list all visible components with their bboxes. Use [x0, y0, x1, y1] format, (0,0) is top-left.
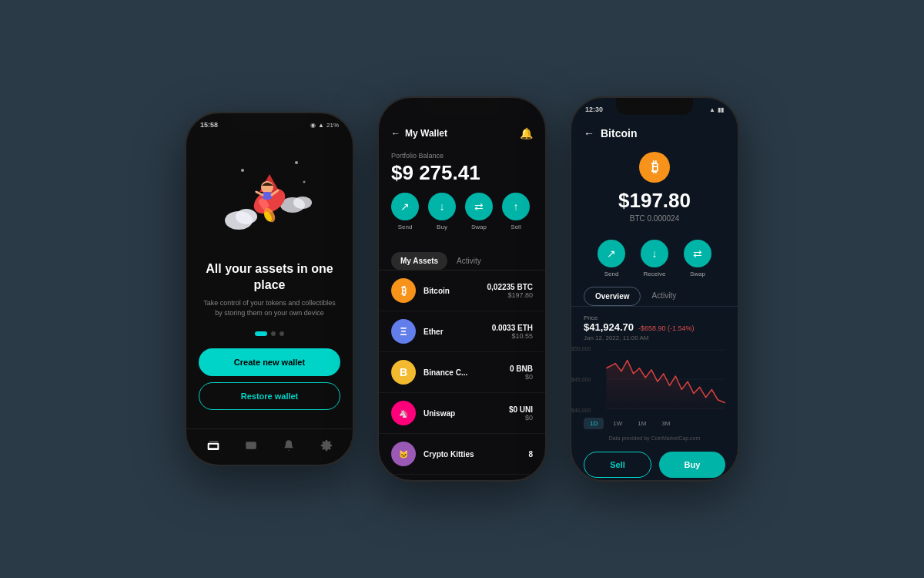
filter-1d[interactable]: 1D — [584, 418, 604, 429]
time-1: 15:58 — [200, 121, 218, 129]
status-bar-2: 0 — [379, 98, 545, 116]
assets-list: ₿ Bitcoin 0,02235 BTC $197.80 Ξ Ether 0.… — [379, 271, 545, 480]
filter-3m[interactable]: 3M — [655, 418, 676, 429]
bitcoin-amount: 0,02235 BTC — [487, 283, 533, 291]
bitcoin-header: ← Bitcoin — [571, 116, 738, 146]
btc-send-label: Send — [604, 271, 619, 277]
bitcoin-actions: ↗ Send ↓ Receive ⇄ Swap — [571, 234, 738, 287]
swap-label: Swap — [471, 223, 487, 230]
status-bar-1: 15:58 ◉ ▲ 21% — [186, 113, 353, 132]
uni-usd: $0 — [509, 414, 533, 422]
portfolio-label: Portfolio Balance — [391, 152, 533, 160]
back-button[interactable]: ← My Wallet — [391, 128, 447, 139]
create-wallet-button[interactable]: Create new wallet — [199, 348, 340, 376]
svg-point-13 — [303, 181, 306, 183]
swap-icon-circle: ⇄ — [465, 193, 493, 220]
bitcoin-buy-button[interactable]: Buy — [659, 452, 725, 478]
svg-point-1 — [236, 209, 257, 224]
send-action[interactable]: ↗ Send — [391, 193, 419, 230]
ck-amount: 8 — [528, 450, 533, 459]
price-change: -$658.90 (-1.54%) — [638, 324, 695, 332]
bitcoin-icon: ₿ — [391, 278, 416, 303]
wifi-icon: ▲ — [318, 122, 324, 129]
sell-action[interactable]: ↑ Sell — [502, 193, 530, 230]
restore-wallet-button[interactable]: Restore wallet — [199, 382, 340, 410]
svg-point-11 — [241, 169, 244, 172]
battery-icon: 21% — [326, 122, 339, 129]
nav-wallet-icon[interactable] — [205, 437, 222, 454]
onboarding-subtitle: Take control of your tokens and collecti… — [199, 298, 340, 319]
nav-settings-icon[interactable] — [318, 437, 335, 454]
ether-balance: 0.0033 ETH $10.55 — [492, 324, 533, 340]
svg-point-12 — [295, 161, 298, 164]
svg-line-9 — [256, 192, 263, 195]
back-arrow-icon: ← — [391, 128, 400, 139]
asset-item-bnb[interactable]: B Binance C... 0 BNB $0 — [379, 352, 545, 393]
sell-icon-circle: ↑ — [502, 193, 530, 220]
filter-1w[interactable]: 1W — [607, 418, 628, 429]
nav-bell-icon[interactable] — [280, 437, 297, 454]
signal-icon: ◉ — [310, 122, 316, 129]
price-label: Price — [584, 314, 725, 321]
phone-wallet: 0 ← My Wallet 🔔 Portfolio Balance $9 275… — [377, 96, 547, 482]
nav-card-icon[interactable] — [243, 437, 259, 454]
swap-action[interactable]: ⇄ Swap — [465, 193, 493, 230]
tab-overview[interactable]: Overview — [584, 287, 641, 306]
btc-send-action[interactable]: ↗ Send — [598, 240, 625, 277]
send-label: Send — [398, 223, 413, 230]
bnb-usd: $0 — [510, 373, 533, 381]
ether-usd: $10.55 — [492, 332, 533, 340]
buy-action[interactable]: ↓ Buy — [428, 193, 456, 230]
battery-icon-3: ▮▮ — [718, 106, 724, 113]
uni-balance: $0 UNI $0 — [509, 405, 533, 422]
bitcoin-footer-actions: Sell Buy — [571, 445, 738, 480]
btc-swap-action[interactable]: ⇄ Swap — [684, 240, 711, 277]
phone-bitcoin: 12:30 ▲ ▮▮ ← Bitcoin ₿ $197.80 BTC 0.000… — [570, 96, 739, 482]
ck-name: Crypto Kitties — [424, 450, 521, 459]
price-date: Jan 12, 2022, 11:00 AM — [584, 334, 725, 341]
wallet-title: My Wallet — [405, 128, 447, 139]
bitcoin-name: Bitcoin — [424, 287, 480, 295]
asset-item-ether[interactable]: Ξ Ether 0.0033 ETH $10.55 — [379, 311, 545, 352]
bnb-icon: B — [391, 360, 416, 385]
asset-item-uni[interactable]: 🦄 Uniswap $0 UNI $0 — [379, 393, 545, 434]
bitcoin-balance: 0,02235 BTC $197.80 — [487, 283, 533, 299]
tab-my-assets[interactable]: My Assets — [391, 252, 447, 270]
time-filter-row: 1D 1W 1M 3M — [571, 413, 738, 434]
btc-send-icon: ↗ — [598, 240, 625, 267]
portfolio-section: Portfolio Balance $9 275.41 ↗ Send ↓ Buy… — [379, 146, 545, 244]
dot-1 — [255, 331, 267, 336]
tab-activity-btc[interactable]: Activity — [641, 287, 687, 306]
ck-icon: 🐱 — [391, 442, 416, 466]
btc-receive-icon: ↓ — [641, 240, 668, 267]
ck-balance: 8 — [528, 450, 533, 459]
back-arrow-btc-icon[interactable]: ← — [584, 127, 594, 139]
send-icon-circle: ↗ — [391, 193, 419, 220]
filter-1m[interactable]: 1M — [631, 418, 652, 429]
time-3: 12:30 — [585, 106, 603, 113]
bitcoin-crypto-amount: BTC 0.000024 — [630, 214, 680, 223]
asset-item-bitcoin[interactable]: ₿ Bitcoin 0,02235 BTC $197.80 — [379, 271, 545, 311]
status-bar-3: 12:30 ▲ ▮▮ — [571, 98, 738, 116]
chart-data-source: Data provided by CoinMarketCap.com — [571, 434, 738, 445]
pagination-dots — [255, 331, 284, 336]
ether-amount: 0.0033 ETH — [492, 324, 533, 332]
btc-swap-label: Swap — [690, 271, 705, 277]
bitcoin-page-title: Bitcoin — [601, 127, 637, 139]
ether-name: Ether — [424, 328, 484, 336]
tab-activity[interactable]: Activity — [447, 252, 490, 270]
svg-point-3 — [293, 197, 312, 209]
action-buttons-row: ↗ Send ↓ Buy ⇄ Swap ↑ Sell — [391, 193, 533, 230]
btc-swap-icon: ⇄ — [684, 240, 711, 267]
dot-3 — [280, 331, 284, 336]
bitcoin-sell-button[interactable]: Sell — [584, 452, 651, 478]
notification-bell-icon[interactable]: 🔔 — [520, 127, 533, 139]
status-icons-1: ◉ ▲ 21% — [310, 122, 339, 129]
btc-receive-action[interactable]: ↓ Receive — [641, 240, 668, 277]
buy-label: Buy — [437, 223, 447, 230]
price-chart: $50,000 $45,000 $40,000 — [571, 346, 738, 413]
bnb-name: Binance C... — [424, 368, 502, 377]
uni-amount: $0 UNI — [509, 405, 533, 414]
bnb-balance: 0 BNB $0 — [510, 365, 533, 381]
asset-item-ck[interactable]: 🐱 Crypto Kitties 8 — [379, 434, 545, 475]
